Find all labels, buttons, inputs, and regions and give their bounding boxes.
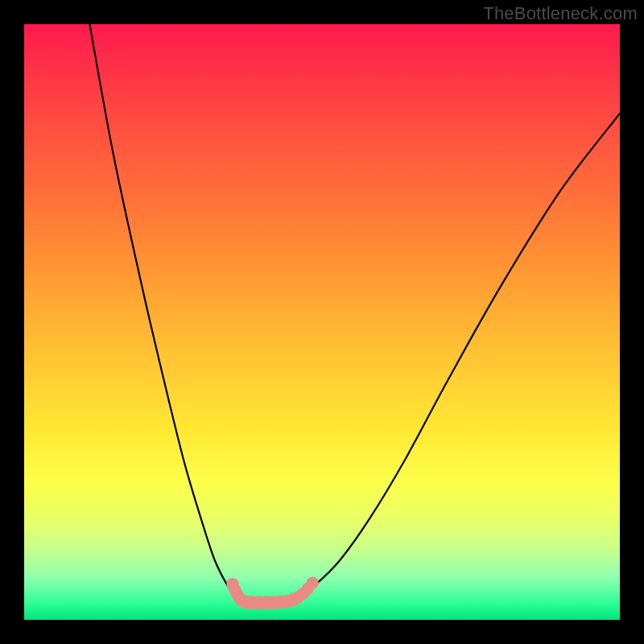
- bottleneck-curve: [89, 24, 620, 602]
- curve-layer: [24, 24, 620, 620]
- chart-frame: TheBottleneck.com: [0, 0, 644, 644]
- marker-dot: [306, 576, 318, 588]
- plot-area: [24, 24, 620, 620]
- watermark-text: TheBottleneck.com: [483, 3, 638, 24]
- highlight-markers: [226, 576, 319, 609]
